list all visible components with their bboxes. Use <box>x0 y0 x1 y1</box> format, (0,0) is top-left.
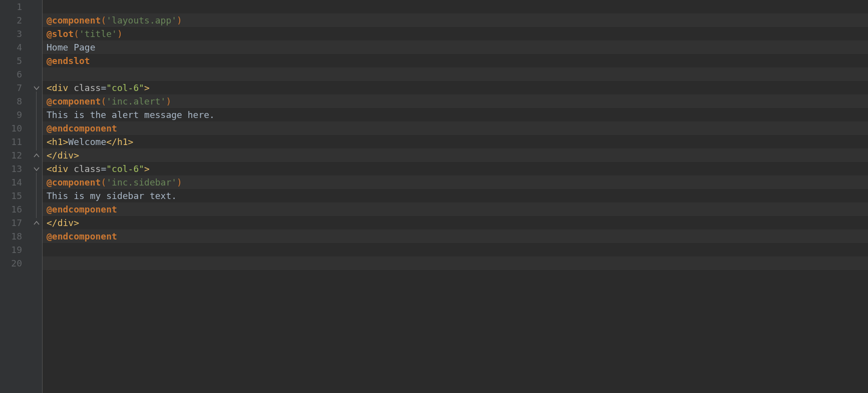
code-line[interactable]: @component('layouts.app') <box>43 14 868 27</box>
code-line[interactable] <box>43 256 868 270</box>
attr-value: "col-6" <box>106 81 144 94</box>
line-number[interactable]: 3 <box>0 27 22 40</box>
paren: ) <box>177 176 182 189</box>
line-number[interactable]: 13 <box>0 162 22 176</box>
code-editor: 1 2 3 4 5 6 7 8 9 10 11 12 13 14 15 16 1… <box>0 0 868 393</box>
plain-text: Welcome <box>68 135 106 148</box>
code-line[interactable]: @component('inc.sidebar') <box>43 176 868 189</box>
code-line[interactable]: <div class="col-6"> <box>43 162 868 176</box>
code-line[interactable]: @endcomponent <box>43 230 868 243</box>
code-line[interactable]: </div> <box>43 216 868 230</box>
line-number[interactable]: 12 <box>0 148 22 162</box>
line-number[interactable]: 17 <box>0 216 22 230</box>
line-number[interactable]: 11 <box>0 135 22 148</box>
equals: = <box>101 81 106 94</box>
fold-gutter <box>31 0 42 393</box>
plain-text: This is the alert message here. <box>47 108 215 122</box>
fold-open-icon[interactable] <box>33 166 40 172</box>
blade-directive: @endcomponent <box>47 202 117 216</box>
fold-close-icon[interactable] <box>33 152 40 159</box>
line-number[interactable]: 16 <box>0 202 22 216</box>
html-tag: > <box>144 81 150 94</box>
code-line[interactable]: <h1>Welcome</h1> <box>43 135 868 148</box>
code-line[interactable] <box>43 68 868 81</box>
line-number[interactable]: 20 <box>0 256 22 270</box>
code-line[interactable]: @endcomponent <box>43 202 868 216</box>
code-line[interactable] <box>43 243 868 256</box>
blade-directive: @component <box>47 94 101 108</box>
line-number[interactable]: 4 <box>0 40 22 54</box>
code-line[interactable]: @component('inc.alert') <box>43 94 868 108</box>
blade-directive: @component <box>47 14 101 27</box>
line-number-gutter[interactable]: 1 2 3 4 5 6 7 8 9 10 11 12 13 14 15 16 1… <box>0 0 31 393</box>
line-number[interactable]: 10 <box>0 122 22 135</box>
line-number[interactable]: 19 <box>0 243 22 256</box>
html-tag: </h1> <box>106 135 133 148</box>
html-tag: <div <box>47 162 74 176</box>
string-literal: 'inc.sidebar' <box>106 176 177 189</box>
paren: ( <box>101 176 106 189</box>
line-number[interactable]: 18 <box>0 230 22 243</box>
paren: ( <box>101 94 106 108</box>
attr-value: "col-6" <box>106 162 144 176</box>
line-number[interactable]: 9 <box>0 108 22 122</box>
line-number[interactable]: 7 <box>0 81 22 94</box>
html-attr: class <box>74 162 101 176</box>
blade-directive: @endcomponent <box>47 122 117 135</box>
code-line[interactable]: @slot('title') <box>43 27 868 40</box>
line-number[interactable]: 14 <box>0 176 22 189</box>
code-line[interactable]: @endslot <box>43 54 868 68</box>
line-number[interactable]: 1 <box>0 0 22 14</box>
blade-directive: @slot <box>47 27 74 40</box>
equals: = <box>101 162 106 176</box>
html-tag: </div> <box>47 216 79 230</box>
code-content[interactable]: @component('layouts.app') @slot('title')… <box>42 0 868 393</box>
line-number[interactable]: 8 <box>0 94 22 108</box>
fold-close-icon[interactable] <box>33 220 40 226</box>
fold-guide-line <box>36 92 37 150</box>
fold-open-icon[interactable] <box>33 84 40 92</box>
code-line[interactable]: This is my sidebar text. <box>43 189 868 202</box>
code-line[interactable] <box>43 0 868 14</box>
html-tag: > <box>144 162 150 176</box>
code-line[interactable]: Home Page <box>43 40 868 54</box>
string-literal: 'layouts.app' <box>106 14 177 27</box>
paren: ) <box>117 27 123 40</box>
html-tag: <h1> <box>47 135 68 148</box>
line-number[interactable]: 6 <box>0 68 22 81</box>
plain-text: Home Page <box>47 40 96 54</box>
paren: ) <box>177 14 182 27</box>
html-tag: </div> <box>47 148 79 162</box>
html-attr: class <box>74 81 101 94</box>
code-line[interactable]: This is the alert message here. <box>43 108 868 122</box>
blade-directive: @endslot <box>47 54 90 68</box>
line-number[interactable]: 5 <box>0 54 22 68</box>
paren: ( <box>101 14 106 27</box>
code-line[interactable]: @endcomponent <box>43 122 868 135</box>
fold-guide-line <box>36 172 37 218</box>
plain-text: This is my sidebar text. <box>47 189 177 202</box>
line-number[interactable]: 2 <box>0 14 22 27</box>
html-tag: <div <box>47 81 74 94</box>
paren: ( <box>74 27 79 40</box>
blade-directive: @endcomponent <box>47 230 117 243</box>
paren: ) <box>166 94 171 108</box>
code-line[interactable]: <div class="col-6"> <box>43 81 868 94</box>
code-line[interactable]: </div> <box>43 148 868 162</box>
string-literal: 'inc.alert' <box>106 94 166 108</box>
line-number[interactable]: 15 <box>0 189 22 202</box>
string-literal: 'title' <box>79 27 117 40</box>
blade-directive: @component <box>47 176 101 189</box>
